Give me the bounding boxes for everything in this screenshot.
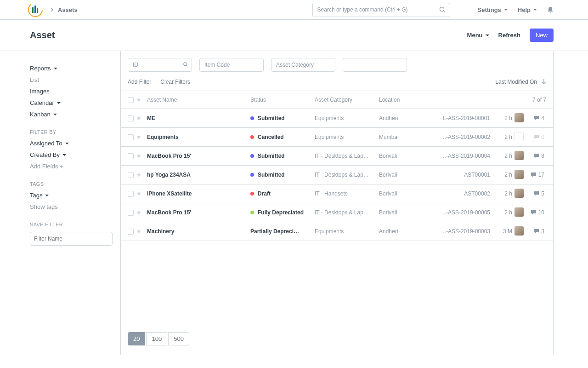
page-size-100[interactable]: 100 [146, 332, 167, 345]
heart-icon[interactable]: ♥ [137, 133, 141, 141]
filter-name-input[interactable] [30, 232, 113, 246]
row-checkbox[interactable] [128, 172, 134, 178]
help-menu[interactable]: Help [518, 6, 537, 13]
table-row[interactable]: ♥ Equipments Cancelled Equipments Mumbai… [121, 128, 553, 147]
svg-rect-1 [32, 7, 34, 13]
asset-name-link[interactable]: MacBook Pro 15' [147, 209, 191, 216]
sidebar-kanban[interactable]: Kanban [30, 109, 120, 120]
asset-id: ..-ASS-2019-00004 [441, 153, 494, 159]
asset-name-link[interactable]: Equipments [147, 134, 179, 140]
sidebar-list[interactable]: List [30, 74, 120, 86]
breadcrumb: Assets [51, 6, 78, 13]
row-checkbox[interactable] [128, 210, 134, 216]
status-badge: Partially Depreci… [250, 228, 315, 235]
breadcrumb-assets[interactable]: Assets [58, 6, 78, 13]
asset-name-link[interactable]: MacBook Pro 15' [147, 153, 191, 159]
status-badge: Submitted [250, 115, 315, 121]
filter-item-code-input[interactable] [199, 58, 264, 72]
list-content: Add Filter Clear Filters Last Modified O… [120, 51, 554, 355]
asset-name-link[interactable]: hp Yoga 234ASA [147, 172, 191, 178]
sidebar-images[interactable]: Images [30, 86, 120, 97]
filter-empty-input[interactable] [343, 58, 407, 72]
asset-name-link[interactable]: ME [147, 115, 155, 121]
comment-count[interactable]: 0 [534, 134, 544, 140]
sidebar-add-fields[interactable]: Add Fields + [30, 161, 120, 172]
status-dot-icon [250, 173, 254, 177]
app-logo [28, 2, 43, 17]
sidebar-show-tags[interactable]: Show tags [30, 201, 120, 213]
page-actions: Menu Refresh New [467, 29, 554, 42]
page-title: Asset [30, 30, 55, 40]
asset-age: 2 h [494, 209, 512, 216]
heart-icon[interactable]: ♥ [137, 228, 141, 235]
avatar [514, 207, 524, 217]
col-header-name: Asset Name [147, 97, 250, 103]
comment-count[interactable]: 3 [534, 228, 544, 235]
search-input[interactable] [312, 3, 450, 17]
table-row[interactable]: ♥ hp Yoga 234ASA Submitted IT - Desktops… [121, 166, 553, 184]
sort-control[interactable]: Last Modified On [495, 79, 546, 85]
top-bar: Assets Settings Help [0, 0, 588, 20]
refresh-button[interactable]: Refresh [498, 32, 520, 39]
asset-id: AST00001 [441, 172, 494, 178]
svg-point-6 [184, 63, 187, 66]
row-checkbox[interactable] [128, 229, 134, 235]
comment-count[interactable]: 5 [534, 190, 544, 197]
sidebar-created-by[interactable]: Created By [30, 149, 120, 161]
avatar-cell [512, 226, 526, 237]
asset-location: Mumbai [379, 134, 441, 140]
svg-line-7 [187, 65, 188, 67]
filter-row [121, 51, 553, 79]
settings-menu[interactable]: Settings [478, 6, 508, 13]
table-row[interactable]: ♥ Machinery Partially Depreci… Equipment… [121, 222, 553, 241]
table-row[interactable]: ♥ ME Submitted Equipments Andheri L-ASS-… [121, 109, 553, 128]
avatar [514, 151, 524, 160]
asset-category: IT - Handsets [315, 190, 379, 197]
sidebar-calendar[interactable]: Calendar [30, 97, 120, 109]
add-filter-link[interactable]: Add Filter [128, 79, 151, 85]
sidebar-reports[interactable]: Reports [30, 63, 120, 74]
heart-icon[interactable]: ♥ [137, 115, 141, 122]
comment-count[interactable]: 8 [534, 153, 544, 159]
comment-count[interactable]: 17 [531, 172, 544, 178]
bell-icon[interactable] [547, 6, 554, 13]
asset-location: Borivali [379, 209, 441, 216]
heart-icon[interactable]: ♥ [137, 209, 141, 216]
status-badge: Submitted [250, 172, 315, 178]
page-header: Asset Menu Refresh New [0, 20, 588, 51]
avatar-cell [512, 189, 526, 199]
row-checkbox[interactable] [128, 153, 134, 159]
comment-count[interactable]: 10 [531, 209, 544, 216]
filter-bar-secondary: Add Filter Clear Filters Last Modified O… [121, 79, 553, 91]
asset-name-link[interactable]: Machinery [147, 228, 174, 235]
comment-count[interactable]: 4 [534, 115, 544, 121]
heart-icon[interactable]: ♥ [137, 190, 141, 197]
heart-icon[interactable]: ♥ [137, 152, 141, 160]
page-size-20[interactable]: 20 [128, 332, 145, 345]
table-row[interactable]: ♥ MacBook Pro 15' Fully Depreciated IT -… [121, 203, 553, 222]
clear-filters-link[interactable]: Clear Filters [160, 79, 190, 85]
new-button[interactable]: New [530, 29, 554, 42]
pager: 20 100 500 [121, 327, 553, 355]
svg-rect-3 [37, 8, 38, 13]
sidebar-tags[interactable]: Tags [30, 190, 120, 201]
asset-location: Borivali [379, 190, 441, 197]
select-all-checkbox[interactable] [128, 97, 134, 103]
page-size-500[interactable]: 500 [168, 332, 189, 345]
row-checkbox[interactable] [128, 115, 134, 121]
sidebar-assigned-to[interactable]: Assigned To [30, 138, 120, 149]
asset-location: Andheri [379, 228, 441, 235]
avatar-cell [512, 151, 526, 161]
row-checkbox[interactable] [128, 191, 134, 197]
row-checkbox[interactable] [128, 134, 134, 140]
filter-id-input[interactable] [128, 58, 192, 72]
table-row[interactable]: ♥ MacBook Pro 15' Submitted IT - Desktop… [121, 147, 553, 166]
filter-asset-category-input[interactable] [271, 58, 335, 72]
asset-category: IT - Desktops & Lap… [315, 153, 379, 159]
menu-button[interactable]: Menu [467, 32, 489, 39]
avatar-cell [512, 170, 526, 180]
asset-age: 2 h [494, 134, 512, 140]
table-row[interactable]: ♥ iPhone XSatellite Draft IT - Handsets … [121, 184, 553, 203]
heart-icon[interactable]: ♥ [137, 171, 141, 178]
asset-name-link[interactable]: iPhone XSatellite [147, 190, 192, 197]
